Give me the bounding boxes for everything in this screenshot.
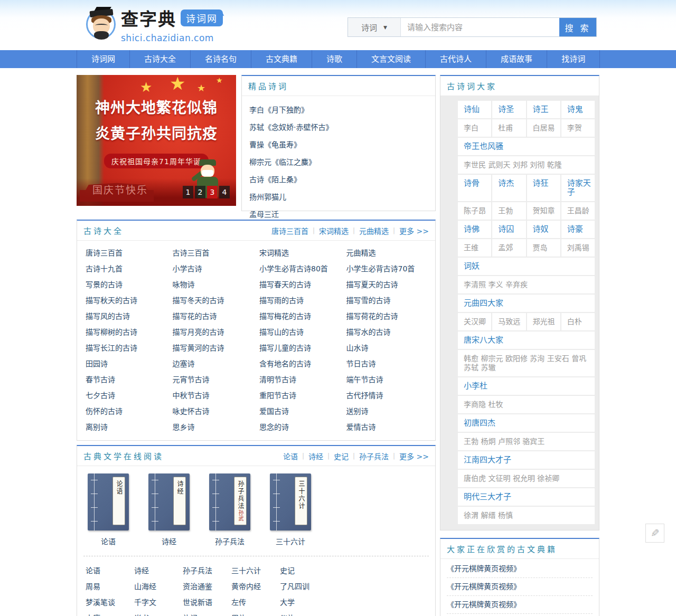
classic-book-link[interactable]: 史记: [280, 563, 328, 579]
master-poet-link[interactable]: 王维: [458, 239, 491, 257]
classic-book-link[interactable]: 千字文: [134, 594, 183, 610]
watching-item-link[interactable]: 《开元棋牌黄页视频》: [447, 614, 593, 616]
poetry-category-link[interactable]: 古诗十九首: [86, 261, 173, 277]
master-epithet-link[interactable]: 诗囚: [492, 221, 525, 238]
poetry-category-link[interactable]: 伤怀的古诗: [86, 403, 173, 419]
poetry-category-link[interactable]: 重阳节古诗: [259, 387, 346, 403]
poetry-quicklink-yuanqu[interactable]: 元曲精选: [359, 225, 389, 236]
search-input[interactable]: [401, 18, 559, 36]
master-group-names[interactable]: 徐渭 解缙 杨慎: [458, 507, 595, 524]
master-epithet-link[interactable]: 诗王: [527, 101, 560, 118]
master-epithet-link[interactable]: 诗奴: [527, 221, 560, 238]
poetry-category-link[interactable]: 含有地名的古诗: [259, 356, 346, 372]
poetry-category-link[interactable]: 送别诗: [346, 403, 434, 419]
poetry-category-link[interactable]: 小学古诗: [173, 261, 260, 277]
master-poet-link[interactable]: 贾岛: [527, 239, 560, 257]
classic-book-link[interactable]: 论语: [86, 563, 134, 579]
poetry-category-link[interactable]: 节日古诗: [346, 356, 434, 372]
poetry-category-link[interactable]: 中秋节古诗: [173, 387, 260, 403]
poetry-category-link[interactable]: 元宵节古诗: [173, 372, 260, 387]
master-poet-link[interactable]: 陈子昂: [458, 202, 491, 220]
banner-page-1[interactable]: 1: [183, 186, 193, 198]
banner-page-2[interactable]: 2: [195, 186, 205, 198]
poetry-category-link[interactable]: 描写秋天的古诗: [86, 292, 173, 308]
master-poet-link[interactable]: 杜甫: [492, 119, 525, 137]
classic-book-link[interactable]: 仪礼: [280, 610, 328, 616]
poetry-quicklink-songci[interactable]: 宋词精选: [319, 225, 349, 236]
classic-book-link[interactable]: 大学: [280, 594, 328, 610]
classic-book-link[interactable]: 山海经: [134, 579, 183, 594]
master-group-names[interactable]: 李商隐 杜牧: [458, 396, 595, 413]
classics-more-link[interactable]: 更多 >>: [399, 451, 429, 461]
poetry-category-link[interactable]: 咏物诗: [173, 277, 260, 292]
master-epithet-link[interactable]: 诗狂: [527, 175, 560, 201]
poetry-category-link[interactable]: 描写长江的古诗: [86, 340, 173, 356]
master-poet-link[interactable]: 白居易: [527, 119, 560, 137]
book-cover[interactable]: 诗经 诗经: [148, 473, 190, 546]
site-logo[interactable]: 查字典 诗词网 shici.chazidian.com: [86, 5, 223, 43]
master-poet-link[interactable]: 刘禹锡: [561, 239, 595, 257]
poetry-category-link[interactable]: 田园诗: [86, 356, 173, 372]
poetry-category-link[interactable]: 描写风的古诗: [86, 308, 173, 324]
nav-item[interactable]: 成语故事: [486, 50, 547, 68]
watching-item-link[interactable]: 《开元棋牌黄页视频》: [447, 596, 593, 614]
watching-item-link[interactable]: 《开元棋牌黄页视频》: [447, 578, 593, 596]
featured-poem-link[interactable]: 苏轼《念奴娇·赤壁怀古》: [249, 119, 428, 136]
book-caption-link[interactable]: 论语: [88, 536, 129, 546]
classic-book-link[interactable]: 中庸: [86, 610, 134, 616]
master-group-title[interactable]: 元曲四大家: [458, 295, 595, 312]
banner-page-4[interactable]: 4: [219, 186, 230, 198]
poetry-category-link[interactable]: 描写夏天的古诗: [346, 277, 434, 292]
poetry-category-link[interactable]: 描写雨的古诗: [259, 292, 346, 308]
book-caption-link[interactable]: 三十六计: [270, 536, 311, 546]
nav-item[interactable]: 诗歌: [312, 50, 357, 68]
nav-item[interactable]: 文言文阅读: [357, 50, 426, 68]
classics-quicklink-lunyu[interactable]: 论语: [283, 451, 298, 461]
nav-item[interactable]: 找诗词: [547, 50, 600, 68]
master-group-title[interactable]: 小李杜: [458, 377, 595, 395]
master-poet-link[interactable]: 关汉卿: [458, 313, 491, 330]
master-group-title[interactable]: 帝王也风骚: [458, 138, 595, 155]
master-epithet-link[interactable]: 诗圣: [492, 101, 525, 118]
book-caption-link[interactable]: 诗经: [148, 536, 190, 546]
master-epithet-link[interactable]: 诗豪: [561, 221, 595, 238]
master-group-title[interactable]: 初唐四杰: [458, 414, 595, 432]
poetry-category-link[interactable]: 七夕古诗: [86, 387, 173, 403]
classic-book-link[interactable]: 周易: [86, 579, 134, 594]
master-poet-link[interactable]: 李白: [458, 119, 491, 137]
watching-item-link[interactable]: 《开元棋牌黄页视频》: [447, 560, 593, 578]
classics-quicklink-shiji[interactable]: 史记: [334, 451, 349, 461]
master-epithet-link[interactable]: 诗鬼: [561, 101, 595, 118]
featured-poem-link[interactable]: 曹操《龟虽寿》: [249, 136, 428, 154]
banner-page-3-active[interactable]: 3: [207, 186, 218, 198]
poetry-category-link[interactable]: 描写儿童的古诗: [259, 340, 346, 356]
classic-book-link[interactable]: 世说新语: [183, 594, 231, 610]
classic-book-link[interactable]: 梦溪笔谈: [86, 594, 134, 610]
poetry-category-link[interactable]: 描写月亮的古诗: [173, 324, 260, 340]
classic-book-link[interactable]: 资治通鉴: [183, 579, 231, 594]
classic-book-link[interactable]: 左传: [231, 594, 280, 610]
poetry-category-link[interactable]: 思乡诗: [173, 419, 260, 435]
book-cover[interactable]: 论语 论语: [88, 473, 129, 546]
master-group-names[interactable]: 李清照 李义 辛弃疾: [458, 276, 595, 293]
poetry-category-link[interactable]: 描写花的古诗: [173, 308, 260, 324]
master-epithet-link[interactable]: 诗骨: [458, 175, 491, 201]
classic-book-link[interactable]: 黄帝内经: [231, 579, 280, 594]
poetry-category-link[interactable]: 描写柳树的古诗: [86, 324, 173, 340]
poetry-category-link[interactable]: 描写荷花的古诗: [346, 308, 434, 324]
poetry-category-link[interactable]: 边塞诗: [173, 356, 260, 372]
search-category-select[interactable]: 诗词 ▼: [348, 18, 401, 36]
poetry-category-link[interactable]: 描写雪的古诗: [346, 292, 434, 308]
master-group-names[interactable]: 李世民 武则天 刘邦 刘彻 乾隆: [458, 156, 595, 174]
classic-book-link[interactable]: 尚书: [134, 610, 183, 616]
poetry-category-link[interactable]: 小学生必背古诗70首: [346, 261, 434, 277]
poetry-category-link[interactable]: 古诗三百首: [173, 245, 260, 261]
feedback-float-button[interactable]: ✎: [645, 524, 664, 543]
master-epithet-link[interactable]: 诗佛: [458, 221, 491, 238]
poetry-category-link[interactable]: 古代抒情诗: [346, 387, 434, 403]
classic-book-link[interactable]: 礼记: [183, 610, 231, 616]
search-button[interactable]: 搜 索: [559, 18, 596, 36]
nav-item[interactable]: 诗词网: [77, 50, 130, 68]
master-poet-link[interactable]: 李贺: [561, 119, 595, 137]
classic-book-link[interactable]: 周礼: [231, 610, 280, 616]
